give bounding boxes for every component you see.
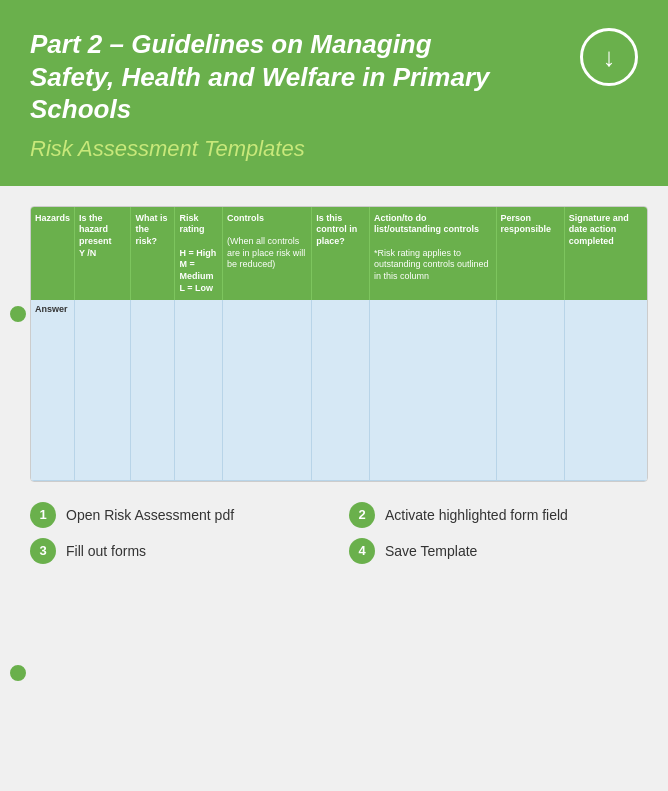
download-button[interactable]: ↓	[580, 28, 638, 86]
step-3-label: Fill out forms	[66, 543, 146, 559]
col-hazards: Hazards	[31, 207, 75, 301]
step-2-item: 2Activate highlighted form field	[349, 502, 648, 528]
risk-assessment-table: Hazards Is the hazard presentY /N What i…	[31, 207, 647, 481]
step-1-item: 1Open Risk Assessment pdf	[30, 502, 329, 528]
col-person-responsible: Person responsible	[496, 207, 564, 301]
header-subtitle: Risk Assessment Templates	[30, 136, 638, 162]
step-3-item: 3Fill out forms	[30, 538, 329, 564]
col-signature-date: Signature and date action completed	[564, 207, 647, 301]
table-row: Answer	[31, 300, 647, 480]
col-risk: What is the risk?	[131, 207, 175, 301]
cell-action	[369, 300, 496, 480]
cell-hazards: Answer	[31, 300, 75, 480]
table-header-row: Hazards Is the hazard presentY /N What i…	[31, 207, 647, 301]
header-section: Part 2 – Guidelines on Managing Safety, …	[0, 0, 668, 186]
header-title: Part 2 – Guidelines on Managing Safety, …	[30, 28, 510, 126]
step-2-label: Activate highlighted form field	[385, 507, 568, 523]
cell-signature-date	[564, 300, 647, 480]
cell-control-in-place	[312, 300, 370, 480]
steps-section: 1Open Risk Assessment pdf2Activate highl…	[30, 502, 648, 564]
answer-label: Answer	[35, 304, 68, 314]
col-action: Action/to do list/outstanding controls*R…	[369, 207, 496, 301]
risk-assessment-table-container: Hazards Is the hazard presentY /N What i…	[30, 206, 648, 482]
cell-risk	[131, 300, 175, 480]
step-4-item: 4Save Template	[349, 538, 648, 564]
download-icon: ↓	[603, 44, 616, 70]
cell-person-responsible	[496, 300, 564, 480]
step-4-label: Save Template	[385, 543, 477, 559]
step-1-number: 1	[30, 502, 56, 528]
col-hazard-present: Is the hazard presentY /N	[75, 207, 131, 301]
col-controls: Controls(When all controls are in place …	[223, 207, 312, 301]
page-wrapper: Part 2 – Guidelines on Managing Safety, …	[0, 0, 668, 791]
col-control-in-place: Is this control in place?	[312, 207, 370, 301]
cell-risk-rating	[175, 300, 223, 480]
main-content: Hazards Is the hazard presentY /N What i…	[0, 186, 668, 792]
step-3-number: 3	[30, 538, 56, 564]
step-4-number: 4	[349, 538, 375, 564]
step-2-number: 2	[349, 502, 375, 528]
cell-hazard-present	[75, 300, 131, 480]
cell-controls	[223, 300, 312, 480]
col-risk-rating: Risk ratingH = HighM = MediumL = Low	[175, 207, 223, 301]
step-1-label: Open Risk Assessment pdf	[66, 507, 234, 523]
timeline-dot-bottom	[10, 665, 26, 681]
timeline-dot-top	[10, 306, 26, 322]
